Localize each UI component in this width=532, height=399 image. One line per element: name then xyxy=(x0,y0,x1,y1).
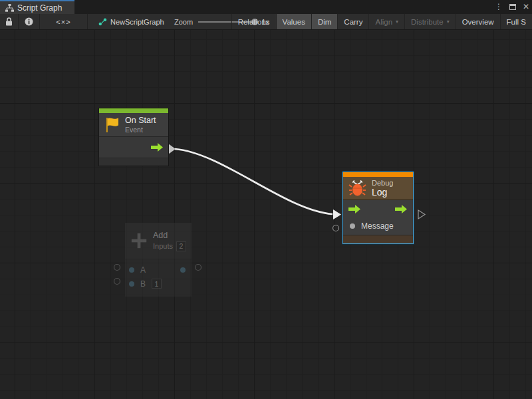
debug-header: Debug Log xyxy=(343,177,413,200)
node-subtitle: Event xyxy=(125,126,156,134)
trigger-wire[interactable] xyxy=(175,149,332,214)
fullscreen-button[interactable]: Full S xyxy=(500,14,532,29)
node-title: Log xyxy=(372,187,393,198)
close-icon[interactable]: ✕ xyxy=(523,0,529,14)
node-title: Add xyxy=(153,231,186,240)
add-body: A B 1 xyxy=(125,259,192,297)
message-input-port[interactable] xyxy=(350,223,355,229)
node-footer xyxy=(99,158,168,166)
chevron-down-icon: ▾ xyxy=(447,19,450,25)
graph-toolbar: <×> NewScriptGraph Zoom 1x Relations Val… xyxy=(0,14,532,30)
flag-icon xyxy=(104,116,120,134)
sum-output-port[interactable] xyxy=(180,267,186,273)
zoom-label: Zoom xyxy=(174,18,193,26)
add-row-a: A xyxy=(125,263,192,277)
wires-layer xyxy=(0,30,532,399)
add-input-b-ring[interactable] xyxy=(114,279,120,285)
add-row-b: B 1 xyxy=(125,277,192,291)
debug-body: Message xyxy=(343,200,413,235)
tab-script-graph[interactable]: Script Graph xyxy=(0,0,74,14)
script-graph-window: Script Graph ⋮ ✕ xyxy=(0,0,532,399)
toolbar-left-group: <×> xyxy=(0,14,88,29)
wire-end-arrow xyxy=(333,209,341,219)
tab-label: Script Graph xyxy=(17,3,62,13)
debug-output-connector[interactable] xyxy=(418,210,425,219)
debug-flow-row xyxy=(343,200,413,217)
lock-icon xyxy=(5,17,13,26)
node-add[interactable]: Add Inputs 2 A B 1 xyxy=(125,223,192,297)
lock-button[interactable] xyxy=(0,14,19,29)
bug-icon xyxy=(348,179,366,198)
trigger-output-port[interactable] xyxy=(395,204,408,214)
carry-button[interactable]: Carry xyxy=(337,14,368,29)
input-b-value-field[interactable]: 1 xyxy=(152,279,162,289)
inputs-label: Inputs xyxy=(153,242,173,250)
maximize-icon[interactable] xyxy=(509,4,516,10)
trigger-input-port[interactable] xyxy=(348,204,361,214)
input-b-label: B xyxy=(140,279,146,289)
dim-button[interactable]: Dim xyxy=(311,14,337,29)
on-start-body xyxy=(99,137,168,158)
input-b-port[interactable] xyxy=(129,281,134,287)
distribute-dropdown[interactable]: Distribute ▾ xyxy=(404,14,456,29)
message-label: Message xyxy=(361,221,394,231)
event-accent-bar xyxy=(99,108,168,113)
node-debug-log[interactable]: Debug Log Message xyxy=(342,172,414,244)
node-footer xyxy=(343,235,413,243)
title-bar: Script Graph ⋮ ✕ xyxy=(0,0,532,14)
debug-message-port-ring[interactable] xyxy=(333,225,339,231)
input-a-label: A xyxy=(140,265,146,275)
info-icon xyxy=(25,17,33,26)
on-start-output-connector[interactable] xyxy=(168,144,176,154)
node-category: Debug xyxy=(372,179,393,187)
on-start-header: On Start Event xyxy=(99,113,168,137)
code-icon: <×> xyxy=(56,18,70,26)
input-a-port[interactable] xyxy=(129,267,134,273)
inputs-count-field[interactable]: 2 xyxy=(176,241,186,251)
inspector-button[interactable] xyxy=(19,14,40,29)
graph-canvas[interactable]: On Start Event xyxy=(0,30,532,399)
chevron-down-icon: ▾ xyxy=(396,19,398,25)
graph-asset-icon xyxy=(98,18,107,26)
node-on-start[interactable]: On Start Event xyxy=(99,108,168,166)
add-header: Add Inputs 2 xyxy=(125,223,192,259)
overview-button[interactable]: Overview xyxy=(456,14,500,29)
add-input-a-ring[interactable] xyxy=(114,265,120,271)
debug-accent-bar xyxy=(343,172,413,177)
debug-message-row: Message xyxy=(343,217,413,235)
window-controls: ⋮ ✕ xyxy=(495,0,529,14)
graph-asset-name: NewScriptGraph xyxy=(110,18,164,26)
node-title: On Start xyxy=(125,116,156,125)
trigger-output-port[interactable] xyxy=(151,142,164,152)
align-dropdown[interactable]: Align ▾ xyxy=(368,14,404,29)
values-button[interactable]: Values xyxy=(276,14,311,29)
script-graph-icon xyxy=(5,4,14,12)
edit-script-button[interactable]: <×> xyxy=(40,14,88,29)
toolbar-actions: Relations Values Dim Carry Align ▾ Distr… xyxy=(231,14,532,29)
kebab-menu-icon[interactable]: ⋮ xyxy=(495,0,503,14)
graph-asset-chip[interactable]: NewScriptGraph xyxy=(98,14,164,29)
plus-icon xyxy=(130,231,148,250)
add-output-ring[interactable] xyxy=(196,265,201,271)
relations-button[interactable]: Relations xyxy=(231,14,276,29)
